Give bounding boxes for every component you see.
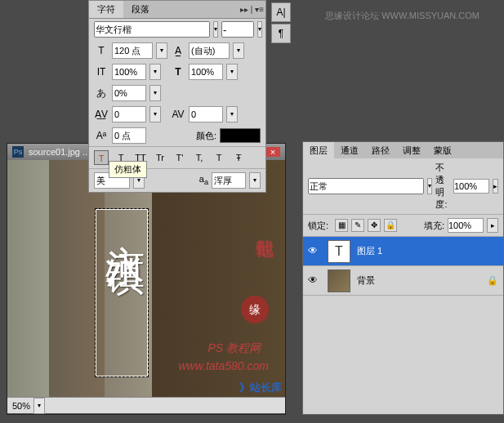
- tracking-b-dropdown[interactable]: ▾: [226, 106, 238, 122]
- watermark-corner: 》站长库: [239, 381, 282, 395]
- font-size-icon: T: [94, 43, 109, 58]
- tracking-b-icon: AV: [171, 107, 185, 122]
- paragraph-icon[interactable]: ¶: [271, 24, 291, 43]
- layer-row-text[interactable]: 👁 T 图层 1: [303, 237, 503, 266]
- layer-list: 👁 T 图层 1 👁 背景 🔒: [303, 237, 503, 296]
- panel-tabs: 字符 段落 ▸▸ | ▾≡: [89, 1, 265, 19]
- ps-icon: Ps: [12, 146, 24, 158]
- baseline-input[interactable]: [112, 127, 146, 144]
- font-style-select[interactable]: [221, 21, 254, 38]
- seal-stamp: 缘: [241, 296, 269, 323]
- hscale-input[interactable]: [189, 64, 223, 80]
- leading-icon: A̲: [171, 43, 185, 58]
- faux-bold-tooltip: 仿粗体: [109, 161, 147, 178]
- close-icon[interactable]: ×: [265, 147, 280, 157]
- color-label: 颜色:: [196, 130, 216, 142]
- zoom-level[interactable]: 50%: [12, 401, 30, 411]
- lock-transparent-icon[interactable]: ▦: [335, 219, 348, 232]
- kerning-dropdown[interactable]: ▾: [149, 106, 161, 122]
- layer-thumb-text[interactable]: T: [328, 240, 350, 263]
- zoom-dropdown[interactable]: ▾: [33, 398, 45, 414]
- faux-bold-button[interactable]: T: [94, 150, 109, 165]
- blend-mode-select[interactable]: [308, 178, 424, 194]
- text-color-swatch[interactable]: [220, 128, 261, 143]
- panel-menu-icon[interactable]: ▸▸ | ▾≡: [240, 5, 264, 14]
- opacity-arrow[interactable]: ▸: [493, 179, 498, 194]
- kerning-icon: A͟V: [94, 107, 109, 122]
- fill-input[interactable]: [448, 218, 484, 233]
- font-size-dropdown[interactable]: ▾: [156, 42, 167, 59]
- blend-mode-dropdown[interactable]: ▾: [427, 178, 432, 194]
- text-orient-icon[interactable]: A|: [271, 2, 291, 22]
- canvas[interactable]: 永河镇 他地帮我欲 缘 PS 教程网 www.tata580.com 》站长库: [7, 160, 285, 397]
- layer-name[interactable]: 背景: [357, 274, 375, 287]
- antialias-select[interactable]: [212, 172, 246, 189]
- layers-panel-tabs: 图层 通道 路径 调整 蒙版: [303, 142, 503, 158]
- document-title: source01.jpg ...: [29, 147, 90, 157]
- visibility-icon[interactable]: 👁: [308, 245, 321, 258]
- tracking-a-icon: あ: [94, 86, 109, 100]
- tracking-a-input[interactable]: [112, 85, 146, 101]
- lock-icons: ▦ ✎ ✥ 🔒: [335, 219, 397, 232]
- font-family-select[interactable]: [94, 21, 210, 38]
- vscale-dropdown[interactable]: ▾: [149, 64, 161, 80]
- tab-adjust[interactable]: 调整: [396, 142, 427, 158]
- fill-arrow[interactable]: ▸: [487, 218, 498, 233]
- leading-input[interactable]: [189, 42, 230, 59]
- antialias-icon: aa: [199, 174, 208, 186]
- antialias-dropdown[interactable]: ▾: [249, 172, 261, 189]
- layer-name[interactable]: 图层 1: [357, 245, 382, 257]
- subscript-button[interactable]: T,: [192, 150, 207, 165]
- lock-pixels-icon[interactable]: ✎: [351, 219, 364, 232]
- leading-dropdown[interactable]: ▾: [233, 42, 244, 59]
- tracking-b-input[interactable]: [189, 106, 223, 122]
- tab-mask[interactable]: 蒙版: [427, 142, 458, 158]
- font-family-dropdown[interactable]: ▾: [213, 21, 218, 38]
- opacity-label: 不透明度:: [435, 162, 450, 211]
- baseline-icon: Aª: [94, 128, 109, 143]
- visibility-icon[interactable]: 👁: [308, 274, 321, 287]
- opacity-input[interactable]: [453, 179, 489, 194]
- kerning-input[interactable]: [112, 106, 146, 122]
- lock-label: 锁定:: [308, 220, 328, 232]
- vertical-text-content: 永河镇: [99, 213, 151, 233]
- watermark-line1: PS 教程网: [207, 341, 261, 356]
- tab-layers[interactable]: 图层: [303, 142, 334, 158]
- tab-character[interactable]: 字符: [89, 1, 123, 18]
- layer-row-background[interactable]: 👁 背景 🔒: [303, 266, 503, 296]
- font-size-input[interactable]: [112, 42, 153, 59]
- superscript-button[interactable]: T': [172, 150, 187, 165]
- fill-label: 填充:: [424, 220, 444, 232]
- underline-button[interactable]: T: [212, 150, 226, 165]
- tab-channels[interactable]: 通道: [334, 142, 365, 158]
- tab-paragraph[interactable]: 段落: [123, 1, 158, 18]
- vscale-icon: IT: [94, 65, 109, 79]
- side-toolbar: A| ¶: [271, 2, 292, 45]
- tab-paths[interactable]: 路径: [365, 142, 396, 158]
- vscale-input[interactable]: [112, 64, 146, 80]
- text-selection-box[interactable]: [96, 209, 148, 376]
- hscale-dropdown[interactable]: ▾: [226, 64, 238, 80]
- lock-position-icon[interactable]: ✥: [368, 219, 381, 232]
- layer-thumb-bg[interactable]: [328, 269, 350, 292]
- document-statusbar: 50% ▾: [7, 397, 285, 413]
- layers-panel: 图层 通道 路径 调整 蒙版 ▾ 不透明度: ▸ 锁定: ▦ ✎ ✥ 🔒 填充:…: [302, 141, 504, 415]
- smallcaps-button[interactable]: Tr: [153, 150, 167, 165]
- watermark-line2: www.tata580.com: [179, 359, 270, 372]
- site-watermark: 思缘设计论坛 WWW.MISSYUAN.COM: [325, 10, 479, 22]
- tracking-a-dropdown[interactable]: ▾: [149, 85, 161, 101]
- lock-icon: 🔒: [487, 275, 498, 286]
- strike-button[interactable]: Ŧ: [231, 150, 246, 165]
- hscale-icon: T: [171, 65, 185, 79]
- lock-all-icon[interactable]: 🔒: [384, 219, 397, 232]
- font-style-dropdown[interactable]: ▾: [257, 21, 262, 38]
